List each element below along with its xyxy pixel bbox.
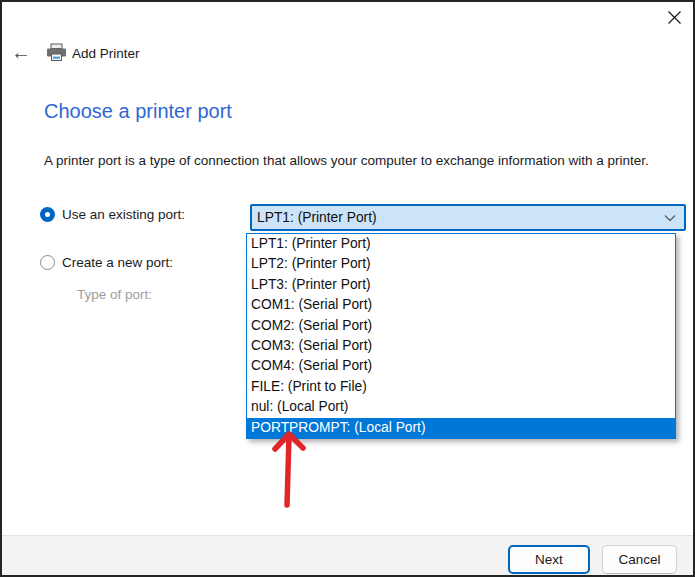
dropdown-item[interactable]: COM2: (Serial Port) [247, 316, 675, 336]
dropdown-item[interactable]: LPT1: (Printer Port) [247, 234, 675, 254]
dropdown-item[interactable]: LPT3: (Printer Port) [247, 275, 675, 295]
radio-unselected-icon [40, 255, 55, 270]
footer-bar: Next Cancel [2, 535, 693, 575]
dropdown-item[interactable]: COM1: (Serial Port) [247, 295, 675, 315]
radio-use-existing-port[interactable]: Use an existing port: [40, 207, 185, 222]
wizard-title: Add Printer [72, 46, 140, 61]
back-arrow-icon: ← [11, 41, 31, 63]
radio-selected-icon [40, 207, 55, 222]
next-button[interactable]: Next [508, 545, 590, 574]
back-button[interactable]: ← [9, 40, 33, 64]
chevron-down-icon [664, 214, 676, 222]
dropdown-item[interactable]: nul: (Local Port) [247, 397, 675, 417]
port-combobox[interactable]: LPT1: (Printer Port) [250, 204, 686, 231]
red-arrow-annotation-icon [262, 429, 322, 511]
add-printer-wizard-window: ← Add Printer Choose a printer port A pr… [0, 0, 695, 577]
close-icon [667, 10, 682, 25]
radio-use-existing-label: Use an existing port: [62, 207, 185, 222]
dropdown-item[interactable]: COM4: (Serial Port) [247, 356, 675, 376]
close-button[interactable] [662, 5, 686, 29]
radio-create-new-label: Create a new port: [62, 255, 173, 270]
description-text: A printer port is a type of connection t… [44, 150, 694, 172]
dropdown-item[interactable]: LPT2: (Printer Port) [247, 254, 675, 274]
dropdown-item[interactable]: COM3: (Serial Port) [247, 336, 675, 356]
page-heading: Choose a printer port [44, 100, 232, 123]
port-combobox-value: LPT1: (Printer Port) [257, 210, 664, 225]
cancel-button[interactable]: Cancel [602, 545, 677, 574]
radio-create-new-port[interactable]: Create a new port: [40, 255, 173, 270]
type-of-port-label: Type of port: [77, 287, 152, 302]
dropdown-item-highlighted[interactable]: PORTPROMPT: (Local Port) [247, 418, 675, 438]
printer-icon [46, 43, 67, 66]
dropdown-item[interactable]: FILE: (Print to File) [247, 377, 675, 397]
port-dropdown-list: LPT1: (Printer Port) LPT2: (Printer Port… [246, 233, 676, 439]
